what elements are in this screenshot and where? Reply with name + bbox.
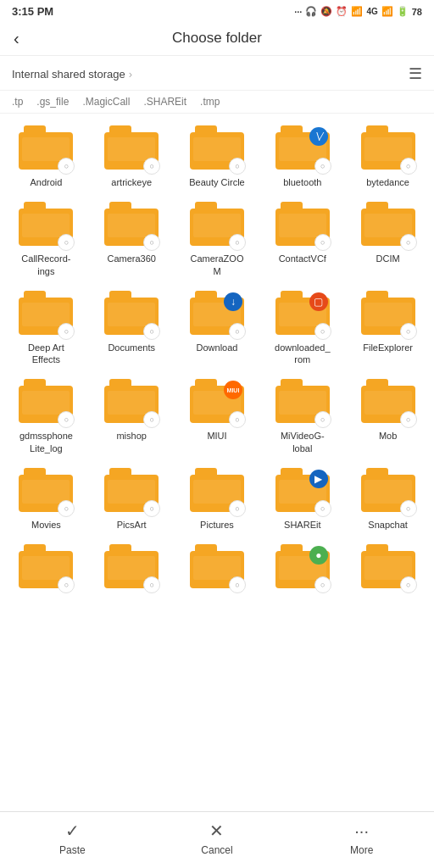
shareit-badge: ▶: [309, 470, 328, 488]
folder-item[interactable]: ○: [5, 539, 87, 600]
bell-icon: 🔕: [320, 6, 332, 17]
folder-item[interactable]: ● ○: [261, 539, 343, 600]
folder-mini-circle: ○: [58, 158, 75, 175]
folder-label: Android: [30, 176, 62, 188]
folder-mini-circle: ○: [229, 323, 246, 340]
back-button[interactable]: ‹: [14, 29, 19, 48]
battery-level: 78: [412, 7, 422, 17]
folder-label: Deep Art Effects: [17, 342, 75, 366]
folder-label: CallRecord-ings: [17, 253, 75, 277]
folder-item[interactable]: ○: [91, 539, 173, 600]
folder-item[interactable]: ○ FileExplorer: [347, 286, 429, 371]
folder-item[interactable]: ▢ ○ downloaded_rom: [261, 286, 343, 371]
folder-mini-circle: ○: [314, 323, 331, 340]
bluetooth-badge: ∖∕: [309, 127, 328, 146]
folder-mini-circle: ○: [58, 411, 75, 428]
folder-mini-circle: ○: [314, 500, 331, 517]
more-label: More: [350, 844, 373, 856]
paste-button[interactable]: ✓ Paste: [47, 821, 97, 856]
folder-item[interactable]: ○: [347, 539, 429, 600]
folder-mini-circle: ○: [229, 158, 246, 175]
signal-bars-icon: 📶: [351, 6, 363, 17]
folder-mini-circle: ○: [400, 576, 417, 593]
folder-icon: ○: [361, 379, 415, 426]
folder-label: mishop: [116, 430, 146, 442]
folder-mini-circle: ○: [400, 411, 417, 428]
folder-label: ContactVCf: [279, 253, 326, 264]
signal-bars2-icon: 📶: [381, 6, 393, 17]
folder-item[interactable]: ○ Pictures: [176, 463, 259, 536]
folder-mini-circle: ○: [143, 576, 160, 593]
folder-label: artrickeye: [111, 176, 152, 188]
battery-icon: 🔋: [397, 6, 409, 17]
folder-item[interactable]: ∖∕ ○ bluetooth: [261, 120, 343, 193]
folder-icon: ○: [275, 202, 330, 249]
folder-label: Download: [197, 342, 238, 353]
folder-label: MIUI: [207, 430, 226, 442]
folder-item[interactable]: ○ Mob: [347, 374, 429, 459]
folder-mini-circle: ○: [58, 234, 75, 251]
breadcrumb-bar: Internal shared storage › ☰: [0, 56, 434, 91]
folder-item[interactable]: ○ Android: [5, 120, 87, 193]
lte-icon: 4G: [366, 7, 377, 16]
folder-mini-circle: ○: [229, 234, 246, 251]
folder-item[interactable]: ○ CameraZOOM: [176, 197, 259, 282]
more-button[interactable]: ··· More: [337, 821, 387, 856]
menu-icon[interactable]: ☰: [409, 64, 422, 83]
folder-item[interactable]: ○ DCIM: [347, 197, 429, 282]
folder-item[interactable]: ○ Movies: [5, 463, 87, 536]
download-badge: ↓: [224, 292, 242, 311]
folder-label: downloaded_rom: [274, 342, 331, 366]
folder-item[interactable]: ○ MiVideoG-lobal: [261, 374, 343, 459]
folder-grid: ○ Android ○ artrickeye ○ Be: [0, 114, 434, 607]
folder-label: PicsArt: [117, 519, 147, 531]
folder-label: Beauty Circle: [189, 176, 244, 188]
folder-item[interactable]: ○ mishop: [91, 374, 173, 459]
folder-item[interactable]: ○ Documents: [91, 286, 173, 371]
folder-icon: ○: [104, 291, 159, 338]
folder-icon: ○: [190, 468, 244, 515]
header-title: Choose folder: [172, 30, 262, 47]
folder-label: Documents: [108, 342, 155, 353]
folder-label: CameraZOOM: [188, 253, 246, 277]
folder-item[interactable]: ↓ ○ Download: [176, 286, 259, 371]
folder-item[interactable]: ○ artrickeye: [91, 120, 173, 193]
folder-label: Pictures: [200, 519, 234, 531]
paste-label: Paste: [59, 844, 86, 856]
folder-item[interactable]: ○: [176, 539, 259, 600]
folder-mini-circle: ○: [143, 158, 160, 175]
folder-mini-circle: ○: [314, 576, 331, 593]
breadcrumb[interactable]: Internal shared storage ›: [12, 68, 132, 81]
folder-item[interactable]: ○ bytedance: [347, 120, 429, 193]
folder-item[interactable]: ○ Camera360: [91, 197, 173, 282]
folder-icon: MIUI ○: [190, 379, 244, 426]
folder-mini-circle: ○: [143, 234, 160, 251]
folder-item[interactable]: ○ CallRecord-ings: [5, 197, 87, 282]
breadcrumb-path: Internal shared storage: [12, 68, 125, 81]
folder-item[interactable]: ○ Snapchat: [347, 463, 429, 536]
folder-item[interactable]: ○ ContactVCf: [261, 197, 343, 282]
dot-file-gs: .gs_file: [36, 96, 69, 108]
folder-icon: ○: [104, 379, 159, 426]
cancel-button[interactable]: ✕ Cancel: [192, 821, 242, 856]
check-icon: ✓: [65, 821, 80, 841]
folder-icon: ● ○: [275, 544, 330, 592]
folder-icon: ○: [19, 468, 73, 515]
folder-icon: ∖∕ ○: [275, 125, 330, 173]
folder-item[interactable]: ○ Deep Art Effects: [5, 286, 87, 371]
folder-label: FileExplorer: [363, 342, 413, 353]
folder-item[interactable]: ○ Beauty Circle: [176, 120, 259, 193]
folder-icon: ↓ ○: [190, 291, 244, 338]
folder-item[interactable]: ○ gdmssphone Lite_log: [5, 374, 87, 459]
folder-icon: ○: [19, 544, 73, 592]
folder-item[interactable]: ▶ ○ SHAREit: [261, 463, 343, 536]
folder-icon: ○: [190, 125, 244, 173]
folder-mini-circle: ○: [229, 576, 246, 593]
folder-mini-circle: ○: [58, 323, 75, 340]
folder-item[interactable]: ○ PicsArt: [91, 463, 173, 536]
folder-mini-circle: ○: [143, 500, 160, 517]
alarm-icon: ⏰: [336, 6, 348, 17]
folder-mini-circle: ○: [400, 323, 417, 340]
folder-item[interactable]: MIUI ○ MIUI: [176, 374, 259, 459]
folder-icon: ○: [19, 379, 73, 426]
